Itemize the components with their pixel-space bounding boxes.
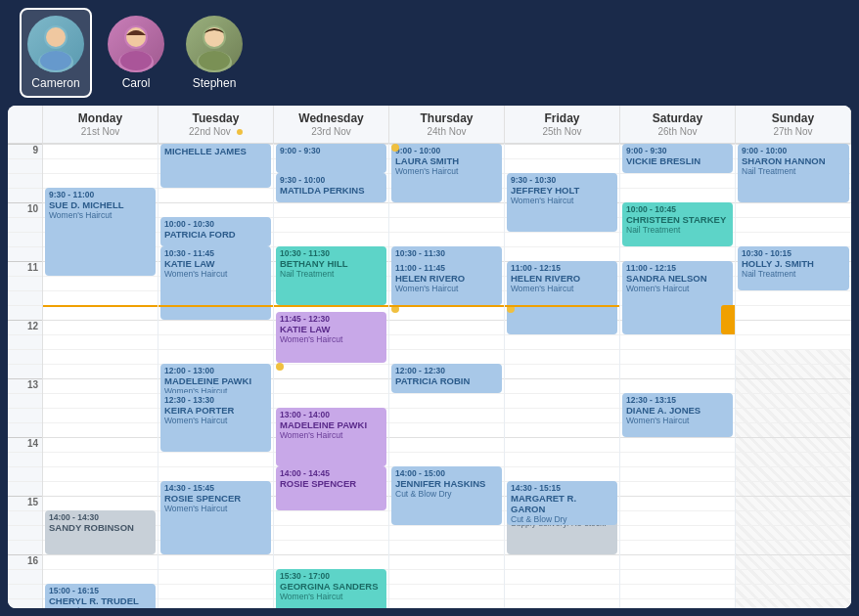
time-slot-10-45: [8, 246, 42, 261]
appt-name: HOLLY J. SMITH: [742, 258, 845, 269]
grid-line-30: [736, 584, 851, 585]
time-slot-13-00: 13: [8, 378, 42, 393]
grid-line-30: [158, 584, 273, 585]
appt-sunday-1[interactable]: 10:30 - 10:15HOLLY J. SMITHNail Treatmen…: [738, 246, 849, 290]
appt-saturday-2[interactable]: 11:00 - 12:15SANDRA NELSONWomen's Haircu…: [622, 261, 733, 334]
appt-time: 14:00 - 14:45: [280, 468, 383, 478]
appt-service: Nail Treatment: [280, 269, 383, 279]
grid-line-14: [736, 349, 851, 350]
time-slot-12-45: [8, 364, 42, 378]
appt-wednesday-5[interactable]: 14:00 - 14:45ROSIE SPENCER: [276, 466, 386, 510]
staff-carol[interactable]: Carol: [102, 10, 170, 96]
appt-wednesday-6[interactable]: 15:30 - 17:00GEORGINA SANDERSWomen's Hai…: [276, 569, 386, 608]
appt-tuesday-4[interactable]: 12:30 - 13:30KEIRA PORTERWomen's Haircut: [160, 393, 271, 452]
staff-name-carol: Carol: [122, 76, 151, 90]
grid-line-27: [389, 540, 504, 541]
grid-line-16: [736, 378, 851, 379]
time-slot-12-00: 12: [8, 320, 42, 334]
appt-saturday-1[interactable]: 10:00 - 10:45CHRISTEEN STARKEYNail Treat…: [622, 202, 733, 246]
grid-line-13: [505, 334, 619, 335]
grid-line-28: [620, 554, 735, 555]
appt-name: KATIE LAW: [280, 324, 383, 334]
time-slot-10-30: [8, 232, 42, 246]
grid-line-17: [389, 393, 504, 394]
appt-thursday-0[interactable]: 9:00 - 10:00LAURA SMITHWomen's Haircut: [391, 144, 502, 202]
time-slot-11-00: 11: [8, 261, 42, 276]
appt-service: Women's Haircut: [395, 166, 498, 176]
appt-tuesday-5[interactable]: 14:30 - 15:45ROSIE SPENCERWomen's Haircu…: [160, 481, 271, 554]
grid-line-22: [620, 466, 735, 467]
time-header: [8, 106, 43, 143]
appt-time: 10:30 - 11:30: [280, 248, 383, 258]
grid-line-18: [43, 408, 158, 409]
appt-name: KEIRA PORTER: [164, 405, 267, 416]
appt-saturday-3[interactable]: 12:30 - 13:15DIANE A. JONESWomen's Hairc…: [622, 393, 733, 437]
grid-line-14: [43, 349, 158, 350]
appt-saturday-0[interactable]: 9:00 - 9:30VICKIE BRESLIN: [622, 144, 733, 173]
appt-friday-1[interactable]: 11:00 - 12:15HELEN RIVEROWomen's Haircut: [507, 261, 617, 334]
grid-line-27: [274, 540, 388, 541]
appt-monday-1[interactable]: 14:00 - 14:30SANDY ROBINSON: [45, 510, 156, 554]
appt-wednesday-0[interactable]: 9:00 - 9:30: [276, 144, 386, 173]
header-thursday: Thursday 24th Nov: [389, 106, 505, 143]
grid-line-5: [736, 217, 851, 218]
grid-line-15: [274, 364, 388, 365]
grid-line-19: [505, 422, 619, 423]
appt-thursday-2[interactable]: 11:00 - 11:45HELEN RIVEROWomen's Haircut: [391, 261, 502, 305]
appt-monday-0[interactable]: 9:30 - 11:00SUE D. MICHELLWomen's Haircu…: [45, 188, 156, 276]
grid-line-31: [736, 598, 851, 599]
grid-line-25: [274, 510, 388, 511]
appt-name: CHRISTEEN STARKEY: [626, 214, 729, 225]
grid-line-17: [43, 393, 158, 394]
appt-wednesday-1[interactable]: 9:30 - 10:00MATILDA PERKINS: [276, 173, 386, 202]
grid-line-21: [505, 452, 619, 453]
grid-line-28: [736, 554, 851, 555]
appt-friday-0[interactable]: 9:30 - 10:30JEFFREY HOLTWomen's Haircut: [507, 173, 617, 232]
appt-service: Cut & Blow Dry: [511, 514, 613, 524]
appt-service: Nail Treatment: [626, 225, 729, 235]
appt-name: MADELEINE PAWKI: [280, 419, 383, 430]
appt-monday-2[interactable]: 15:00 - 16:15CHERYL R. TRUDELCut & Blow …: [45, 584, 156, 608]
grid-line-25: [736, 510, 851, 511]
grid-line-23: [43, 481, 158, 482]
grid-line-2: [43, 173, 158, 174]
day-col-monday: 9:30 - 11:00SUE D. MICHELLWomen's Haircu…: [43, 144, 158, 608]
time-slot-13-30: [8, 408, 42, 422]
appt-name: KATIE LAW: [164, 258, 267, 269]
staff-stephen[interactable]: Stephen: [180, 10, 249, 96]
grid-line-23: [736, 481, 851, 482]
appt-thursday-3[interactable]: 12:00 - 12:30PATRICIA ROBIN: [391, 364, 502, 393]
appt-thursday-4[interactable]: 14:00 - 15:00JENNIFER HASKINSCut & Blow …: [391, 466, 502, 525]
appt-tuesday-1[interactable]: 10:00 - 10:30PATRICIA FORD: [160, 217, 271, 246]
svg-point-11: [199, 51, 230, 70]
appt-name: ROSIE SPENCER: [280, 478, 383, 489]
grid-line-28: [43, 554, 158, 555]
appt-sunday-0[interactable]: 9:00 - 10:00SHARON HANNONNail Treatment: [738, 144, 849, 202]
appt-name: SANDY ROBINSON: [49, 522, 152, 533]
avatar-carol: [108, 16, 164, 72]
appt-wednesday-2[interactable]: 10:30 - 11:30BETHANY HILLNail Treatment: [276, 246, 386, 305]
grid-line-19: [736, 422, 851, 423]
appt-name: GEORGINA SANDERS: [280, 581, 383, 592]
time-slot-12-15: [8, 334, 42, 349]
appt-friday-3[interactable]: 14:30 - 15:15MARGARET R. GARONCut & Blow…: [507, 481, 617, 525]
grid-line-22: [736, 466, 851, 467]
appt-wednesday-3[interactable]: 11:45 - 12:30KATIE LAWWomen's Haircut: [276, 312, 386, 363]
appt-tuesday-2[interactable]: 10:30 - 11:45KATIE LAWWomen's Haircut: [160, 246, 271, 320]
appt-time: 14:30 - 15:15: [511, 483, 613, 493]
appt-tuesday-0[interactable]: MICHELLE JAMES: [160, 144, 271, 188]
appt-name: ROSIE SPENCER: [164, 493, 267, 504]
grid-line-12: [158, 320, 273, 321]
day-col-sunday: 9:00 - 10:00SHARON HANNONNail Treatment1…: [736, 144, 851, 608]
grid-line-27: [620, 540, 735, 541]
appt-time: 12:30 - 13:30: [164, 395, 267, 405]
grid-line-24: [620, 496, 735, 497]
appt-time: 9:30 - 10:00: [280, 175, 383, 185]
appt-name: MICHELLE JAMES: [164, 146, 267, 156]
appt-wednesday-4[interactable]: 13:00 - 14:00MADELEINE PAWKIWomen's Hair…: [276, 408, 386, 466]
appt-time: 9:30 - 11:00: [49, 190, 152, 199]
appt-time: 12:00 - 13:00: [164, 366, 267, 375]
time-slot-13-15: [8, 393, 42, 408]
grid-line-0: [43, 144, 158, 145]
staff-cameron[interactable]: Cameron: [20, 8, 92, 98]
